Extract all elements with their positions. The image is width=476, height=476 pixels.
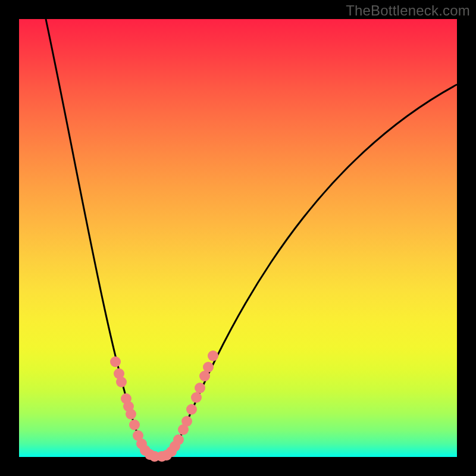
data-point [203,362,214,372]
curve-svg [19,19,457,457]
data-point [126,409,136,419]
data-point [116,377,127,387]
plot-area [19,19,457,457]
data-point [195,383,205,393]
data-point [186,404,197,415]
chart-frame: TheBottleneck.com [0,0,476,476]
data-point [173,434,184,445]
watermark-text: TheBottleneck.com [346,2,470,19]
data-point [191,392,202,403]
data-point [129,419,140,430]
data-point [181,416,192,427]
data-point [208,350,218,361]
v-curve [46,19,457,457]
data-points [110,350,218,462]
data-point [110,356,121,367]
